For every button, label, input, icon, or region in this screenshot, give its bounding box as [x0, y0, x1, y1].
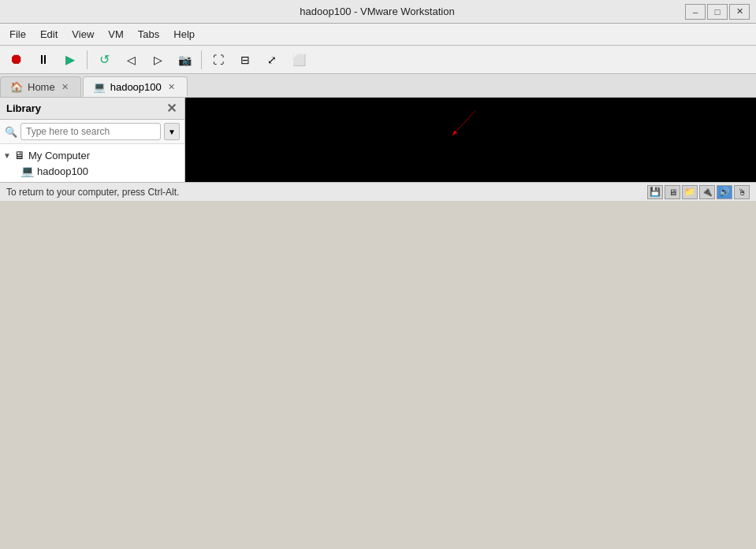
window-mode-button[interactable]: ⊟ — [233, 49, 257, 71]
menu-tabs[interactable]: Tabs — [132, 26, 166, 43]
fullscreen-icon: ⛶ — [213, 54, 224, 66]
hadoop-tab-label: hadoop100 — [110, 81, 162, 93]
fit-button[interactable]: ⤢ — [260, 49, 284, 71]
menu-view[interactable]: View — [65, 26, 100, 43]
snapshot-button[interactable]: 📷 — [173, 49, 196, 71]
record-icon: ⏺ — [9, 51, 24, 68]
content-area: Library ✕ 🔍 ▼ ▼ 🖥 My Computer 💻 hadoop10… — [0, 98, 756, 182]
refresh-icon: ↺ — [99, 52, 110, 67]
search-input[interactable] — [20, 123, 161, 140]
back-icon: ◁ — [127, 54, 136, 66]
status-text: To return to your computer, press Ctrl-A… — [6, 187, 179, 198]
status-icon-5[interactable]: 🔊 — [717, 185, 732, 199]
minimize-button[interactable]: – — [685, 4, 706, 20]
status-icon-disk: 💾 — [650, 187, 661, 197]
sidebar-close-button[interactable]: ✕ — [164, 102, 178, 116]
menu-vm[interactable]: VM — [102, 26, 130, 43]
tab-hadoop100[interactable]: 💻 hadoop100 ✕ — [83, 76, 188, 97]
status-bar: To return to your computer, press Ctrl-A… — [0, 182, 756, 201]
hadoop100-label: hadoop100 — [37, 165, 88, 177]
menu-file[interactable]: File — [3, 26, 32, 43]
pause-icon: ⏸ — [37, 53, 50, 67]
status-icon-1[interactable]: 💾 — [647, 185, 663, 199]
maximize-button[interactable]: □ — [707, 4, 728, 20]
menu-help[interactable]: Help — [167, 26, 201, 43]
home-tab-label: Home — [28, 81, 55, 93]
sidebar-header: Library ✕ — [0, 98, 184, 120]
my-computer-label: My Computer — [28, 150, 90, 161]
fullscreen-button[interactable]: ⛶ — [207, 49, 230, 71]
window-controls: – □ ✕ — [685, 4, 750, 20]
unity-icon: ⬜ — [292, 54, 306, 66]
tree-item-hadoop100[interactable]: 💻 hadoop100 — [0, 163, 184, 179]
home-tab-icon: 🏠 — [10, 81, 23, 93]
fit-icon: ⤢ — [267, 54, 277, 66]
hadoop-tab-icon: 💻 — [93, 81, 106, 93]
sidebar-title: Library — [6, 102, 41, 114]
unity-button[interactable]: ⬜ — [287, 49, 311, 71]
search-bar: 🔍 ▼ — [0, 120, 184, 144]
close-button[interactable]: ✕ — [729, 4, 750, 20]
status-icon-6[interactable]: 🖱 — [734, 185, 750, 199]
status-icon-mouse: 🖱 — [738, 187, 747, 197]
record-button[interactable]: ⏺ — [5, 49, 28, 71]
status-icon-sound: 🔊 — [719, 187, 730, 197]
forward-button[interactable]: ▷ — [146, 49, 169, 71]
status-icon-monitor: 🖥 — [668, 187, 677, 197]
back-button[interactable]: ◁ — [119, 49, 143, 71]
tree-expand-arrow: ▼ — [3, 151, 13, 160]
toolbar: ⏺ ⏸ ▶ ↺ ◁ ▷ 📷 ⛶ ⊟ ⤢ ⬜ — [0, 46, 756, 74]
window-mode-icon: ⊟ — [240, 54, 250, 66]
tree-item-my-computer[interactable]: ▼ 🖥 My Computer — [0, 147, 184, 163]
status-icons: 💾 🖥 📁 🔌 🔊 🖱 — [647, 185, 750, 199]
toolbar-separator-1 — [87, 50, 88, 69]
computer-icon: 🖥 — [14, 149, 25, 161]
hadoop-tab-close[interactable]: ✕ — [166, 81, 177, 92]
home-tab-close[interactable]: ✕ — [60, 82, 71, 93]
status-icon-folder: 📁 — [684, 187, 695, 197]
refresh-button[interactable]: ↺ — [92, 49, 116, 71]
status-icon-4[interactable]: 🔌 — [699, 185, 715, 199]
menu-edit[interactable]: Edit — [34, 26, 64, 43]
status-icon-3[interactable]: 📁 — [682, 185, 698, 199]
pause-button[interactable]: ⏸ — [32, 49, 55, 71]
status-icon-power: 🔌 — [702, 187, 713, 197]
toolbar-separator-2 — [201, 50, 202, 69]
menu-bar: File Edit View VM Tabs Help — [0, 24, 756, 46]
vm-screen: CentOS 7 Install CentOS 7 Test this medi… — [185, 98, 756, 182]
tabs-row: 🏠 Home ✕ 💻 hadoop100 ✕ — [0, 74, 756, 98]
forward-icon: ▷ — [154, 54, 162, 66]
tab-home[interactable]: 🏠 Home ✕ — [0, 76, 81, 97]
red-arrow-line — [452, 111, 475, 135]
play-button[interactable]: ▶ — [58, 49, 82, 71]
vm-screen-wrapper[interactable]: CentOS 7 Install CentOS 7 Test this medi… — [185, 98, 756, 182]
window-title: hadoop100 - VMware Workstation — [69, 6, 685, 17]
library-tree: ▼ 🖥 My Computer 💻 hadoop100 — [0, 144, 184, 182]
search-dropdown-button[interactable]: ▼ — [164, 123, 180, 140]
title-bar: hadoop100 - VMware Workstation – □ ✕ — [0, 0, 756, 24]
play-icon: ▶ — [65, 52, 75, 67]
status-icon-2[interactable]: 🖥 — [665, 185, 680, 199]
snapshot-icon: 📷 — [178, 54, 192, 66]
vm-icon: 💻 — [20, 165, 34, 177]
search-icon: 🔍 — [5, 126, 17, 138]
sidebar: Library ✕ 🔍 ▼ ▼ 🖥 My Computer 💻 hadoop10… — [0, 98, 185, 182]
red-arrow-overlay — [185, 98, 756, 182]
